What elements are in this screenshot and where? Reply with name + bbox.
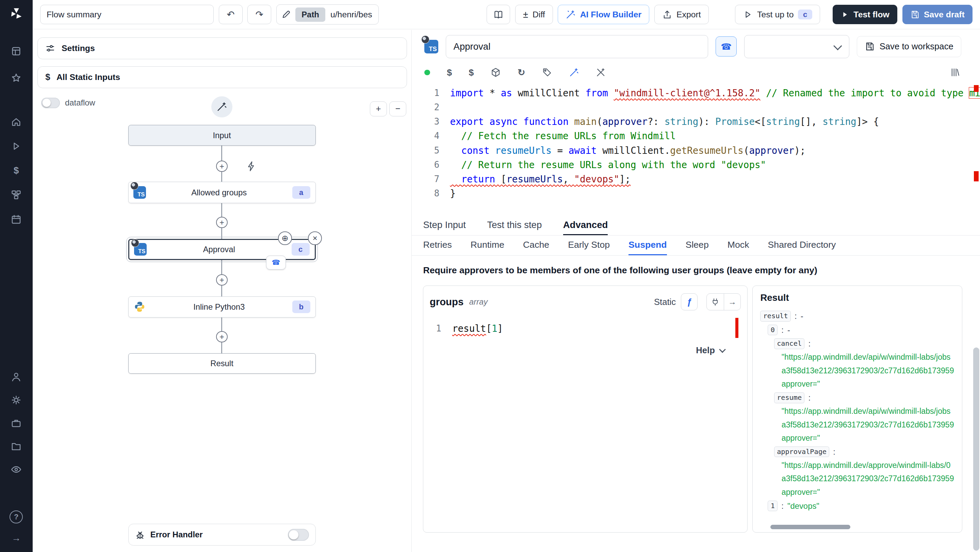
approval-page-url[interactable]: approver=" (760, 486, 955, 499)
zoom-in-button[interactable]: + (370, 102, 387, 116)
expand-sidebar-icon[interactable]: → (9, 531, 24, 546)
horizontal-scrollbar[interactable] (770, 525, 850, 529)
tag-icon[interactable] (542, 67, 552, 77)
tab-mock[interactable]: Mock (727, 235, 749, 256)
node-input[interactable]: Input (128, 125, 316, 146)
script-library-icon[interactable] (950, 67, 960, 77)
add-step-button[interactable]: + (216, 217, 227, 228)
path-editor[interactable]: Path u/henri/bes (276, 5, 379, 24)
docs-button[interactable] (487, 5, 511, 24)
runs-icon[interactable] (9, 139, 24, 154)
save-draft-button[interactable]: Save draft (902, 5, 972, 24)
static-toggle-label[interactable]: Static (654, 297, 676, 307)
left-rail: $ ? → (0, 0, 33, 552)
settings-gear-icon[interactable] (9, 392, 24, 407)
save-to-workspace-button[interactable]: Save to workspace (857, 36, 961, 57)
javascript-expression-button[interactable]: ƒ (681, 293, 698, 310)
users-icon[interactable] (9, 370, 24, 385)
template-select[interactable] (744, 35, 850, 58)
panel-scrollbar[interactable] (972, 30, 980, 552)
result-row[interactable]: 1 : "devops" (760, 499, 955, 512)
save-icon (910, 10, 920, 19)
redo-button[interactable]: ↷ (247, 5, 271, 24)
move-step-button[interactable]: ⊕ (278, 231, 292, 245)
line-number: 8 (412, 186, 450, 200)
code-editor[interactable]: 1import * as wmillClient from "windmill-… (412, 84, 980, 216)
result-row[interactable]: cancel : (760, 337, 955, 350)
dataflow-toggle[interactable] (41, 98, 60, 108)
tab-shared-directory[interactable]: Shared Directory (768, 235, 836, 256)
tab-suspend[interactable]: Suspend (628, 235, 667, 256)
result-row[interactable]: 0 : - (760, 323, 955, 337)
resources-icon[interactable] (9, 188, 24, 202)
tab-advanced[interactable]: Advanced (563, 216, 608, 235)
expression-editor[interactable]: 1 result[1] (430, 319, 741, 338)
tab-cache[interactable]: Cache (523, 235, 549, 256)
undo-button[interactable]: ↶ (219, 5, 243, 24)
trigger-bolt-icon[interactable] (246, 161, 257, 172)
schedules-icon[interactable] (9, 212, 24, 227)
arrow-right-icon[interactable]: → (724, 294, 741, 310)
ai-graph-wand-button[interactable] (211, 96, 232, 118)
apps-icon[interactable] (9, 44, 24, 59)
approval-page-url[interactable]: a3f58d13e212/3963172903/2c77d162d6b17395… (760, 472, 955, 485)
tab-retries[interactable]: Retries (423, 235, 452, 256)
result-row[interactable]: result : - (760, 309, 955, 323)
delete-step-button[interactable]: × (308, 231, 321, 245)
add-step-button[interactable]: + (216, 274, 227, 286)
suspend-phone-button[interactable]: ☎ (716, 37, 737, 56)
variables-icon[interactable]: $ (9, 163, 24, 178)
tab-runtime[interactable]: Runtime (471, 235, 504, 256)
windmill-logo-icon[interactable] (9, 6, 24, 21)
approval-page-url[interactable]: "https://app.windmill.dev/approve/windmi… (760, 459, 955, 472)
audit-logs-eye-icon[interactable] (9, 462, 24, 477)
test-flow-button[interactable]: Test flow (833, 5, 897, 24)
ai-assistant-off-icon[interactable] (596, 67, 606, 77)
flow-summary-input[interactable] (40, 5, 214, 24)
flow-settings-row[interactable]: Settings (37, 37, 407, 59)
error-handler-toggle[interactable] (288, 529, 309, 541)
plug-icon[interactable] (707, 294, 724, 310)
help-row[interactable]: Help (430, 345, 741, 355)
scrollbar-thumb[interactable] (973, 347, 979, 550)
step-name-input[interactable] (446, 35, 708, 58)
resume-url[interactable]: a3f58d13e212/3963172903/2c77d162d6b17395… (760, 418, 955, 431)
add-step-button[interactable]: + (216, 331, 227, 342)
error-handler-row[interactable]: Error Handler (128, 524, 316, 546)
reload-icon[interactable]: ↻ (517, 67, 525, 78)
cancel-url[interactable]: a3f58d13e212/3963172903/2c77d162d6b17395… (760, 364, 955, 377)
colon: : (808, 339, 811, 348)
result-row[interactable]: resume : (760, 391, 955, 405)
result-row[interactable]: approvalPage : (760, 445, 955, 458)
cancel-url[interactable]: approver=" (760, 377, 955, 391)
help-icon[interactable]: ? (9, 509, 24, 525)
resume-url[interactable]: "https://app.windmill.dev/api/w/windmill… (760, 405, 955, 418)
tab-test-this-step[interactable]: Test this step (487, 216, 542, 235)
variables-button[interactable]: $ (447, 67, 452, 78)
package-icon[interactable] (491, 67, 501, 77)
test-up-to-button[interactable]: Test up to c (735, 5, 820, 24)
resume-url[interactable]: approver=" (760, 431, 955, 445)
workers-icon[interactable] (9, 415, 24, 431)
all-static-inputs-row[interactable]: $ All Static Inputs (37, 66, 407, 88)
help-label: Help (696, 345, 715, 355)
tab-early-stop[interactable]: Early Stop (568, 235, 610, 256)
favorites-star-icon[interactable] (9, 71, 24, 86)
resources-button[interactable]: $ (469, 67, 474, 78)
ai-assistant-wand-icon[interactable] (569, 67, 579, 77)
tab-sleep[interactable]: Sleep (686, 235, 709, 256)
home-icon[interactable] (9, 115, 24, 129)
export-button[interactable]: Export (654, 5, 709, 24)
add-step-button[interactable]: + (216, 161, 227, 172)
tab-step-input[interactable]: Step Input (423, 216, 466, 235)
zoom-out-button[interactable]: − (389, 102, 406, 116)
diff-button[interactable]: ± Diff (515, 5, 553, 24)
all-static-inputs-label: All Static Inputs (56, 73, 120, 82)
cancel-url[interactable]: "https://app.windmill.dev/api/w/windmill… (760, 350, 955, 364)
node-allowed-groups[interactable]: TS Allowed groups a (128, 182, 316, 203)
node-result[interactable]: Result (128, 353, 316, 374)
ai-flow-builder-button[interactable]: AI Flow Builder (558, 5, 649, 24)
folders-icon[interactable] (9, 439, 24, 453)
suspend-phone-indicator[interactable]: ☎ (266, 256, 285, 270)
node-inline-python3[interactable]: Inline Python3 b (128, 296, 316, 318)
